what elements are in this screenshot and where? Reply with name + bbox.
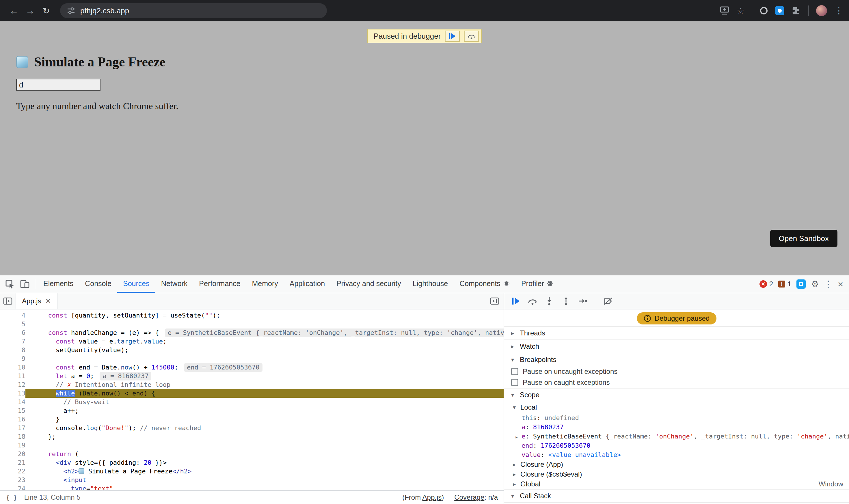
- tab-elements[interactable]: Elements: [37, 275, 79, 293]
- source-map-link[interactable]: App.js: [423, 493, 442, 501]
- step-out-icon[interactable]: [559, 295, 573, 307]
- tab-application[interactable]: Application: [284, 275, 331, 293]
- device-toolbar-icon[interactable]: [17, 276, 32, 291]
- code-text[interactable]: while (Date.now() < end) {: [25, 389, 503, 398]
- forward-icon[interactable]: →: [22, 3, 38, 19]
- close-file-tab-icon[interactable]: ✕: [45, 297, 51, 305]
- tab-network[interactable]: Network: [155, 275, 194, 293]
- code-text[interactable]: [25, 320, 503, 328]
- tab-components[interactable]: Components: [454, 275, 515, 293]
- bookmark-star-icon[interactable]: ☆: [737, 6, 744, 16]
- tab-lighthouse[interactable]: Lighthouse: [407, 275, 454, 293]
- tab-console[interactable]: Console: [79, 275, 117, 293]
- code-text[interactable]: }: [25, 415, 503, 424]
- browser-menu-icon[interactable]: ⋮: [834, 6, 843, 15]
- line-number[interactable]: 16: [0, 415, 25, 424]
- line-number[interactable]: 18: [0, 432, 25, 441]
- quick-source-toggle-icon[interactable]: [488, 293, 503, 309]
- line-number[interactable]: 15: [0, 407, 25, 415]
- line-number[interactable]: 8: [0, 346, 25, 355]
- banner-resume-button[interactable]: [445, 31, 460, 41]
- back-icon[interactable]: ←: [6, 3, 22, 19]
- section-breakpoints[interactable]: ▾ Breakpoints: [504, 353, 849, 366]
- section-watch[interactable]: ▸ Watch: [504, 340, 849, 353]
- code-text[interactable]: const handleChange = (e) => {e = Synthet…: [25, 328, 503, 337]
- settings-gear-icon[interactable]: ⚙: [811, 280, 819, 288]
- scope-var-e[interactable]: ▸e: SyntheticBaseEvent {_reactName: 'onC…: [504, 432, 849, 441]
- code-text[interactable]: };: [25, 432, 503, 441]
- coverage-link[interactable]: Coverage: [454, 493, 484, 501]
- code-text[interactable]: // Busy-wait: [25, 398, 503, 407]
- code-text[interactable]: a++;: [25, 407, 503, 415]
- deactivate-breakpoints-icon[interactable]: [601, 295, 615, 307]
- line-number[interactable]: 13: [0, 389, 25, 398]
- line-number[interactable]: 4: [0, 311, 25, 320]
- code-text[interactable]: <div style={{ padding: 20 }}>: [25, 458, 503, 467]
- tab-profiler[interactable]: Profiler: [515, 275, 559, 293]
- inspect-element-icon[interactable]: [2, 276, 17, 291]
- pause-on-uncaught-checkbox[interactable]: [511, 368, 518, 375]
- code-text[interactable]: const end = Date.now() + 145000;end = 17…: [25, 363, 503, 372]
- code-text[interactable]: // ✗ Intentional infinite loop: [25, 380, 503, 389]
- issues-badge[interactable]: ! 1: [778, 280, 791, 288]
- section-threads[interactable]: ▸ Threads: [504, 326, 849, 340]
- line-number[interactable]: 17: [0, 424, 25, 432]
- close-devtools-icon[interactable]: ×: [838, 280, 843, 289]
- line-number[interactable]: 10: [0, 363, 25, 372]
- code-text[interactable]: <h2> Simulate a Page Freeze</h2>: [25, 467, 503, 476]
- quantity-input[interactable]: [16, 79, 101, 91]
- console-error-badge[interactable]: ✕ 2: [760, 280, 773, 288]
- code-text[interactable]: return (: [25, 450, 503, 458]
- install-app-icon[interactable]: [720, 6, 729, 15]
- section-call-stack[interactable]: ▾ Call Stack: [504, 489, 849, 502]
- step-into-icon[interactable]: [542, 295, 556, 307]
- resume-script-icon[interactable]: [509, 295, 523, 307]
- code-text[interactable]: const [quantity, setQuantity] = useState…: [25, 311, 503, 320]
- tab-memory[interactable]: Memory: [246, 275, 284, 293]
- line-number[interactable]: 22: [0, 467, 25, 476]
- line-number[interactable]: 7: [0, 337, 25, 346]
- extensions-puzzle-icon[interactable]: [792, 6, 800, 15]
- site-settings-icon[interactable]: [67, 7, 75, 15]
- line-number[interactable]: 20: [0, 450, 25, 458]
- line-number[interactable]: 12: [0, 380, 25, 389]
- code-text[interactable]: const value = e.target.value;: [25, 337, 503, 346]
- extension-badge-icon[interactable]: [775, 6, 784, 15]
- address-bar[interactable]: pfhjq2.csb.app: [60, 3, 327, 18]
- open-sandbox-button[interactable]: Open Sandbox: [770, 230, 837, 247]
- codesandbox-extension-icon[interactable]: [796, 280, 806, 289]
- file-tab-appjs[interactable]: App.js ✕: [16, 293, 57, 309]
- code-text[interactable]: [25, 355, 503, 363]
- code-editor[interactable]: 4 const [quantity, setQuantity] = useSta…: [0, 309, 503, 490]
- step-over-icon[interactable]: [526, 295, 540, 307]
- banner-step-over-button[interactable]: [464, 31, 479, 41]
- code-text[interactable]: setQuantity(value);: [25, 346, 503, 355]
- line-number[interactable]: 6: [0, 328, 25, 337]
- tab-privacy-and-security[interactable]: Privacy and security: [331, 275, 407, 293]
- line-number[interactable]: 14: [0, 398, 25, 407]
- pause-on-caught-checkbox[interactable]: [511, 379, 518, 386]
- section-scope[interactable]: ▾ Scope: [504, 388, 849, 401]
- code-text[interactable]: let a = 0;a = 81680237: [25, 372, 503, 380]
- step-icon[interactable]: [576, 295, 590, 307]
- line-number[interactable]: 19: [0, 441, 25, 450]
- line-number[interactable]: 23: [0, 476, 25, 484]
- format-braces-icon[interactable]: { }: [6, 494, 17, 501]
- scope-closure-global[interactable]: ▸GlobalWindow: [504, 479, 849, 489]
- scope-closure-closure-app-[interactable]: ▸Closure (App): [504, 460, 849, 469]
- line-number[interactable]: 5: [0, 320, 25, 328]
- line-number[interactable]: 21: [0, 458, 25, 467]
- navigator-toggle-icon[interactable]: [0, 293, 16, 309]
- code-text[interactable]: <input: [25, 476, 503, 484]
- scope-group-local[interactable]: ▾Local: [504, 401, 849, 413]
- tab-sources[interactable]: Sources: [117, 275, 155, 293]
- line-number[interactable]: 9: [0, 355, 25, 363]
- scope-closure-closure-$csb$eval-[interactable]: ▸Closure ($csb$eval): [504, 469, 849, 479]
- profile-avatar[interactable]: [816, 5, 827, 16]
- reload-icon[interactable]: ↻: [38, 3, 54, 19]
- tab-performance[interactable]: Performance: [193, 275, 246, 293]
- line-number[interactable]: 11: [0, 372, 25, 380]
- code-text[interactable]: [25, 441, 503, 450]
- code-text[interactable]: type="text": [25, 484, 503, 490]
- line-number[interactable]: 24: [0, 484, 25, 490]
